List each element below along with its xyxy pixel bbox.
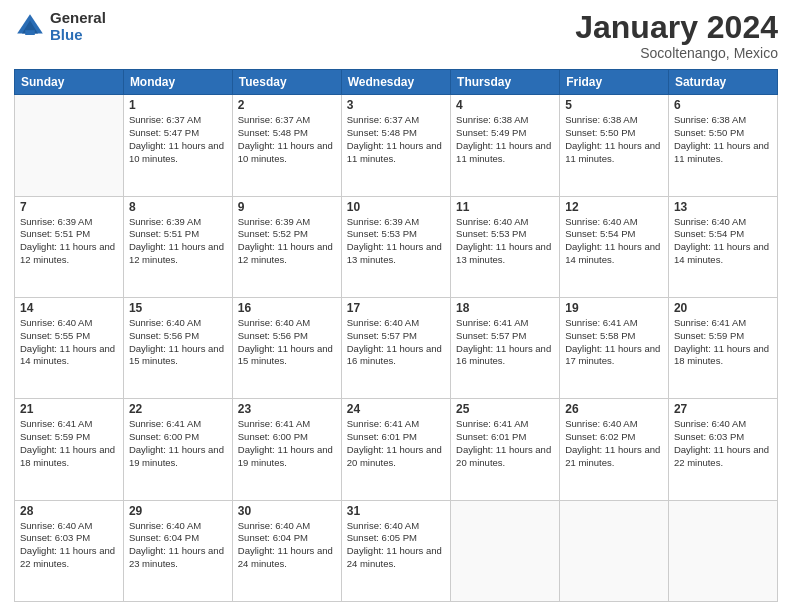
- calendar-week-row: 1Sunrise: 6:37 AM Sunset: 5:47 PM Daylig…: [15, 95, 778, 196]
- day-info: Sunrise: 6:41 AM Sunset: 6:01 PM Dayligh…: [347, 418, 445, 469]
- day-number: 23: [238, 402, 336, 416]
- day-info: Sunrise: 6:40 AM Sunset: 5:54 PM Dayligh…: [674, 216, 772, 267]
- day-info: Sunrise: 6:40 AM Sunset: 5:55 PM Dayligh…: [20, 317, 118, 368]
- table-row: 12Sunrise: 6:40 AM Sunset: 5:54 PM Dayli…: [560, 196, 669, 297]
- day-info: Sunrise: 6:40 AM Sunset: 6:02 PM Dayligh…: [565, 418, 663, 469]
- table-row: 22Sunrise: 6:41 AM Sunset: 6:00 PM Dayli…: [123, 399, 232, 500]
- logo-icon: [14, 11, 46, 43]
- title-area: January 2024 Socoltenango, Mexico: [575, 10, 778, 61]
- day-number: 1: [129, 98, 227, 112]
- header-friday: Friday: [560, 70, 669, 95]
- day-number: 26: [565, 402, 663, 416]
- table-row: 4Sunrise: 6:38 AM Sunset: 5:49 PM Daylig…: [451, 95, 560, 196]
- table-row: [668, 500, 777, 601]
- calendar-table: Sunday Monday Tuesday Wednesday Thursday…: [14, 69, 778, 602]
- day-number: 28: [20, 504, 118, 518]
- header: General Blue January 2024 Socoltenango, …: [14, 10, 778, 61]
- day-info: Sunrise: 6:39 AM Sunset: 5:51 PM Dayligh…: [20, 216, 118, 267]
- day-info: Sunrise: 6:40 AM Sunset: 6:03 PM Dayligh…: [20, 520, 118, 571]
- day-info: Sunrise: 6:37 AM Sunset: 5:47 PM Dayligh…: [129, 114, 227, 165]
- day-number: 2: [238, 98, 336, 112]
- table-row: 11Sunrise: 6:40 AM Sunset: 5:53 PM Dayli…: [451, 196, 560, 297]
- day-number: 7: [20, 200, 118, 214]
- day-info: Sunrise: 6:41 AM Sunset: 5:58 PM Dayligh…: [565, 317, 663, 368]
- day-number: 19: [565, 301, 663, 315]
- header-sunday: Sunday: [15, 70, 124, 95]
- day-info: Sunrise: 6:40 AM Sunset: 5:53 PM Dayligh…: [456, 216, 554, 267]
- logo-text: General Blue: [50, 10, 106, 43]
- logo-general-text: General: [50, 10, 106, 27]
- table-row: [560, 500, 669, 601]
- page-container: General Blue January 2024 Socoltenango, …: [0, 0, 792, 612]
- day-number: 3: [347, 98, 445, 112]
- day-number: 29: [129, 504, 227, 518]
- day-number: 31: [347, 504, 445, 518]
- day-number: 27: [674, 402, 772, 416]
- table-row: 14Sunrise: 6:40 AM Sunset: 5:55 PM Dayli…: [15, 297, 124, 398]
- day-number: 25: [456, 402, 554, 416]
- day-number: 9: [238, 200, 336, 214]
- header-thursday: Thursday: [451, 70, 560, 95]
- calendar-header-row: Sunday Monday Tuesday Wednesday Thursday…: [15, 70, 778, 95]
- table-row: 7Sunrise: 6:39 AM Sunset: 5:51 PM Daylig…: [15, 196, 124, 297]
- calendar-week-row: 21Sunrise: 6:41 AM Sunset: 5:59 PM Dayli…: [15, 399, 778, 500]
- day-number: 15: [129, 301, 227, 315]
- table-row: 20Sunrise: 6:41 AM Sunset: 5:59 PM Dayli…: [668, 297, 777, 398]
- table-row: 6Sunrise: 6:38 AM Sunset: 5:50 PM Daylig…: [668, 95, 777, 196]
- day-number: 8: [129, 200, 227, 214]
- table-row: 23Sunrise: 6:41 AM Sunset: 6:00 PM Dayli…: [232, 399, 341, 500]
- day-number: 6: [674, 98, 772, 112]
- day-number: 21: [20, 402, 118, 416]
- table-row: 21Sunrise: 6:41 AM Sunset: 5:59 PM Dayli…: [15, 399, 124, 500]
- day-number: 5: [565, 98, 663, 112]
- table-row: [15, 95, 124, 196]
- table-row: 28Sunrise: 6:40 AM Sunset: 6:03 PM Dayli…: [15, 500, 124, 601]
- day-number: 12: [565, 200, 663, 214]
- table-row: 17Sunrise: 6:40 AM Sunset: 5:57 PM Dayli…: [341, 297, 450, 398]
- day-number: 24: [347, 402, 445, 416]
- day-info: Sunrise: 6:40 AM Sunset: 6:04 PM Dayligh…: [129, 520, 227, 571]
- header-monday: Monday: [123, 70, 232, 95]
- day-info: Sunrise: 6:38 AM Sunset: 5:49 PM Dayligh…: [456, 114, 554, 165]
- table-row: 26Sunrise: 6:40 AM Sunset: 6:02 PM Dayli…: [560, 399, 669, 500]
- table-row: 10Sunrise: 6:39 AM Sunset: 5:53 PM Dayli…: [341, 196, 450, 297]
- logo: General Blue: [14, 10, 106, 43]
- day-info: Sunrise: 6:40 AM Sunset: 5:56 PM Dayligh…: [238, 317, 336, 368]
- header-wednesday: Wednesday: [341, 70, 450, 95]
- day-number: 30: [238, 504, 336, 518]
- calendar-week-row: 7Sunrise: 6:39 AM Sunset: 5:51 PM Daylig…: [15, 196, 778, 297]
- table-row: 30Sunrise: 6:40 AM Sunset: 6:04 PM Dayli…: [232, 500, 341, 601]
- day-info: Sunrise: 6:41 AM Sunset: 6:01 PM Dayligh…: [456, 418, 554, 469]
- day-info: Sunrise: 6:37 AM Sunset: 5:48 PM Dayligh…: [238, 114, 336, 165]
- table-row: 8Sunrise: 6:39 AM Sunset: 5:51 PM Daylig…: [123, 196, 232, 297]
- header-saturday: Saturday: [668, 70, 777, 95]
- table-row: 16Sunrise: 6:40 AM Sunset: 5:56 PM Dayli…: [232, 297, 341, 398]
- day-number: 10: [347, 200, 445, 214]
- day-info: Sunrise: 6:41 AM Sunset: 6:00 PM Dayligh…: [129, 418, 227, 469]
- table-row: 29Sunrise: 6:40 AM Sunset: 6:04 PM Dayli…: [123, 500, 232, 601]
- day-number: 20: [674, 301, 772, 315]
- day-number: 22: [129, 402, 227, 416]
- day-info: Sunrise: 6:38 AM Sunset: 5:50 PM Dayligh…: [565, 114, 663, 165]
- day-info: Sunrise: 6:41 AM Sunset: 5:57 PM Dayligh…: [456, 317, 554, 368]
- day-info: Sunrise: 6:39 AM Sunset: 5:53 PM Dayligh…: [347, 216, 445, 267]
- table-row: 25Sunrise: 6:41 AM Sunset: 6:01 PM Dayli…: [451, 399, 560, 500]
- calendar-week-row: 28Sunrise: 6:40 AM Sunset: 6:03 PM Dayli…: [15, 500, 778, 601]
- header-tuesday: Tuesday: [232, 70, 341, 95]
- table-row: 27Sunrise: 6:40 AM Sunset: 6:03 PM Dayli…: [668, 399, 777, 500]
- main-title: January 2024: [575, 10, 778, 45]
- day-number: 4: [456, 98, 554, 112]
- table-row: 31Sunrise: 6:40 AM Sunset: 6:05 PM Dayli…: [341, 500, 450, 601]
- day-info: Sunrise: 6:40 AM Sunset: 6:05 PM Dayligh…: [347, 520, 445, 571]
- day-info: Sunrise: 6:41 AM Sunset: 5:59 PM Dayligh…: [20, 418, 118, 469]
- day-number: 13: [674, 200, 772, 214]
- svg-rect-2: [25, 30, 35, 35]
- table-row: 1Sunrise: 6:37 AM Sunset: 5:47 PM Daylig…: [123, 95, 232, 196]
- day-number: 14: [20, 301, 118, 315]
- calendar-week-row: 14Sunrise: 6:40 AM Sunset: 5:55 PM Dayli…: [15, 297, 778, 398]
- table-row: 2Sunrise: 6:37 AM Sunset: 5:48 PM Daylig…: [232, 95, 341, 196]
- day-info: Sunrise: 6:41 AM Sunset: 6:00 PM Dayligh…: [238, 418, 336, 469]
- day-number: 17: [347, 301, 445, 315]
- table-row: 15Sunrise: 6:40 AM Sunset: 5:56 PM Dayli…: [123, 297, 232, 398]
- logo-blue-text: Blue: [50, 27, 106, 44]
